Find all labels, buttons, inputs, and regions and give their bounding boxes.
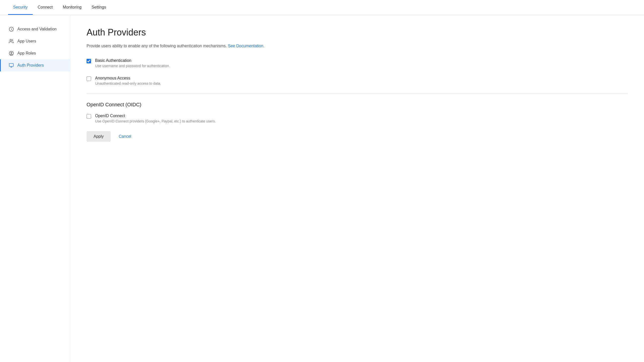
- basic-auth-desc: Use username and password for authentica…: [95, 64, 170, 68]
- checkbox-item-basic-auth: Basic Authentication Use username and pa…: [87, 58, 628, 68]
- anonymous-access-label: Anonymous Access: [95, 76, 161, 80]
- users-icon: [9, 39, 14, 44]
- basic-auth-checkbox[interactable]: [87, 59, 91, 63]
- sidebar-item-auth-providers[interactable]: Auth Providers: [0, 59, 70, 71]
- checkbox-item-anonymous-access: Anonymous Access Unauthenticated read-on…: [87, 76, 628, 85]
- oidc-section-title: OpenID Connect (OIDC): [87, 102, 628, 108]
- page-title: Auth Providers: [87, 27, 628, 38]
- svg-point-1: [10, 39, 12, 41]
- button-row: Apply Cancel: [87, 131, 628, 142]
- main-content: Auth Providers Provide users ability to …: [70, 15, 644, 362]
- top-nav: Security Connect Monitoring Settings: [0, 0, 644, 15]
- sidebar-label-app-users: App Users: [17, 39, 36, 43]
- tab-security[interactable]: Security: [8, 1, 33, 15]
- shield-icon: [9, 27, 14, 32]
- sidebar-item-app-users[interactable]: App Users: [0, 35, 70, 47]
- svg-rect-4: [9, 64, 14, 67]
- key-icon: [9, 63, 14, 68]
- tab-settings[interactable]: Settings: [87, 1, 111, 15]
- anonymous-access-checkbox[interactable]: [87, 76, 91, 81]
- checkbox-item-openid-connect: OpenID Connect Use OpenID Connect provid…: [87, 114, 628, 123]
- main-layout: Access and Validation App Users: [0, 15, 644, 362]
- openid-connect-label: OpenID Connect: [95, 114, 216, 118]
- tab-connect[interactable]: Connect: [33, 1, 58, 15]
- cancel-button[interactable]: Cancel: [117, 131, 133, 142]
- anonymous-access-desc: Unauthenticated read-only access to data…: [95, 81, 161, 85]
- section-oidc: OpenID Connect (OIDC) OpenID Connect Use…: [87, 102, 628, 123]
- tab-monitoring[interactable]: Monitoring: [58, 1, 87, 15]
- sidebar-label-app-roles: App Roles: [17, 51, 36, 56]
- sidebar: Access and Validation App Users: [0, 15, 70, 362]
- sidebar-item-access-validation[interactable]: Access and Validation: [0, 23, 70, 35]
- openid-connect-checkbox[interactable]: [87, 114, 91, 119]
- section-basic: Basic Authentication Use username and pa…: [87, 58, 628, 85]
- basic-auth-label: Basic Authentication: [95, 58, 170, 63]
- page-description: Provide users ability to enable any of t…: [87, 44, 628, 48]
- sidebar-label-access-validation: Access and Validation: [17, 27, 57, 31]
- apply-button[interactable]: Apply: [87, 131, 111, 142]
- svg-point-3: [11, 52, 12, 54]
- sidebar-label-auth-providers: Auth Providers: [17, 63, 44, 68]
- user-circle-icon: [9, 51, 14, 56]
- sidebar-item-app-roles[interactable]: App Roles: [0, 47, 70, 59]
- openid-connect-desc: Use OpenID Connect providers (Google+, P…: [95, 119, 216, 123]
- svg-point-2: [9, 51, 14, 56]
- section-divider: [87, 94, 628, 94]
- docs-link[interactable]: See Documentation.: [228, 44, 264, 48]
